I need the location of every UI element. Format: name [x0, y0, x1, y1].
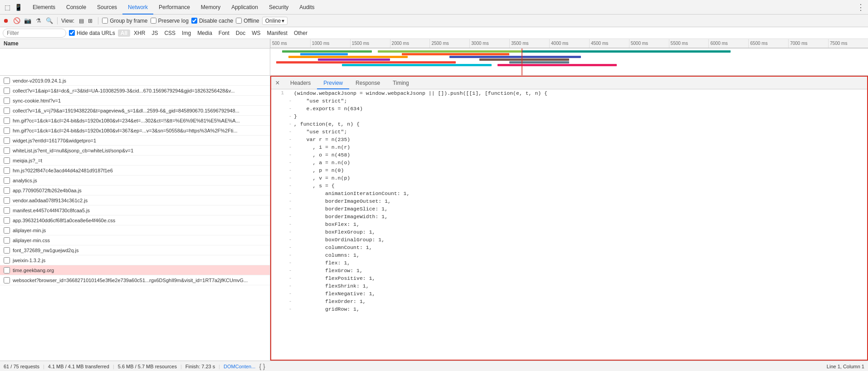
line-collapse[interactable]: - — [288, 182, 293, 190]
more-options-icon[interactable]: ⋮ — [855, 2, 866, 13]
line-collapse[interactable]: - — [288, 236, 293, 244]
file-checkbox[interactable] — [4, 107, 10, 114]
tab-timing[interactable]: Timing — [386, 77, 415, 89]
filter-img[interactable]: Img — [179, 29, 194, 37]
filter-all[interactable]: All — [118, 29, 130, 37]
line-collapse[interactable]: - — [288, 282, 293, 290]
list-item[interactable]: jweixin-1.3.2.js — [0, 255, 270, 265]
file-checkbox[interactable] — [4, 257, 10, 264]
tab-preview[interactable]: Preview — [317, 77, 349, 89]
file-checkbox[interactable] — [4, 137, 10, 144]
list-item[interactable]: collect?v=1&aip=1&t=dc&_r=3&tid=UA-10308… — [0, 86, 270, 96]
file-checkbox[interactable] — [4, 217, 10, 224]
line-collapse[interactable]: - — [288, 105, 293, 112]
line-collapse[interactable]: - — [288, 298, 293, 305]
file-checkbox[interactable] — [4, 98, 10, 104]
filter-manifest[interactable]: Manifest — [264, 29, 290, 37]
disable-cache-checkbox[interactable]: Disable cache — [191, 18, 233, 24]
line-collapse[interactable]: - — [288, 197, 293, 205]
list-item[interactable]: hm.gif?cc=1&ck=1&cl=24-bit&ds=1920x1080&… — [0, 126, 270, 136]
list-item[interactable]: websocket?browser_id=3668271010145e3f6e2… — [0, 275, 270, 285]
file-checkbox[interactable] — [4, 207, 10, 214]
file-checkbox[interactable] — [4, 187, 10, 194]
clear-button[interactable]: 🚫 — [13, 17, 21, 25]
list-item[interactable]: analytics.js — [0, 176, 270, 186]
file-checkbox[interactable] — [4, 157, 10, 164]
file-checkbox[interactable] — [4, 147, 10, 154]
code-viewer[interactable]: 1(window.webpackJsonp = window.webpackJs… — [271, 89, 867, 360]
list-item[interactable]: whiteList.js?ent_id=null&jsonp_cb=whiteL… — [0, 146, 270, 156]
line-collapse[interactable]: - — [288, 190, 293, 197]
hide-data-urls-checkbox[interactable]: Hide data URLs — [69, 30, 115, 36]
file-checkbox[interactable] — [4, 88, 10, 94]
filter-js[interactable]: JS — [149, 29, 161, 37]
line-collapse[interactable]: - — [288, 244, 293, 251]
list-item[interactable]: vendor.aa0daa078f9134c361c2.js — [0, 195, 270, 205]
line-collapse[interactable]: - — [288, 97, 293, 105]
line-collapse[interactable]: - — [288, 213, 293, 220]
large-view-icon[interactable]: ⊞ — [86, 17, 94, 25]
list-item[interactable]: app.39632140dd6cf68f1a0cea8e6e4f460e.css — [0, 215, 270, 225]
line-collapse[interactable]: - — [288, 290, 293, 298]
file-checkbox[interactable] — [4, 167, 10, 174]
preserve-log-checkbox[interactable]: Preserve log — [151, 18, 189, 24]
tab-sources[interactable]: Sources — [92, 0, 122, 15]
dom-content-link[interactable]: DOMConten... — [224, 364, 255, 369]
line-collapse[interactable]: - — [288, 251, 293, 259]
line-collapse[interactable]: - — [288, 267, 293, 274]
tab-performance[interactable]: Performance — [153, 0, 195, 15]
list-item[interactable]: hm.gif?cc=1&ck=1&cl=24-bit&ds=1920x1080&… — [0, 116, 270, 126]
file-checkbox[interactable] — [4, 277, 10, 283]
tab-audits[interactable]: Audits — [294, 0, 320, 15]
line-collapse[interactable]: - — [288, 120, 293, 128]
filter-button[interactable]: ⚗ — [34, 17, 43, 25]
list-item[interactable]: collect?v=1&_v=j79&a=1919438220&t=pagevi… — [0, 106, 270, 116]
tab-network[interactable]: Network — [122, 0, 153, 15]
list-item[interactable]: meiqia.js?_=t — [0, 156, 270, 166]
filter-font[interactable]: Font — [216, 29, 232, 37]
tab-application[interactable]: Application — [226, 0, 263, 15]
filter-media[interactable]: Media — [195, 29, 215, 37]
line-collapse[interactable]: - — [288, 166, 293, 174]
list-item[interactable]: aliplayer-min.js — [0, 225, 270, 235]
file-checkbox[interactable] — [4, 247, 10, 254]
line-collapse[interactable]: - — [288, 305, 293, 313]
line-collapse[interactable]: - — [288, 151, 293, 159]
file-checkbox[interactable] — [4, 177, 10, 184]
list-item[interactable]: app.770905072fb262e4b0aa.js — [0, 186, 270, 195]
group-by-frame-checkbox[interactable]: Group by frame — [102, 18, 147, 24]
filter-css[interactable]: CSS — [161, 29, 178, 37]
tab-headers[interactable]: Headers — [284, 77, 317, 89]
line-collapse[interactable]: - — [288, 159, 293, 166]
offline-checkbox[interactable]: Offline — [236, 18, 259, 24]
line-collapse[interactable]: - — [288, 228, 293, 236]
filter-other[interactable]: Other — [291, 29, 310, 37]
tab-elements[interactable]: Elements — [27, 0, 61, 15]
filter-input[interactable] — [3, 29, 66, 38]
list-item[interactable]: widget.js?entId=161770&widgetpro=1 — [0, 136, 270, 146]
filter-xhr[interactable]: XHR — [131, 29, 148, 37]
file-checkbox[interactable] — [4, 127, 10, 134]
search-button[interactable]: 🔍 — [45, 17, 54, 25]
inspect-icon[interactable]: ⬚ — [2, 2, 13, 13]
list-item[interactable]: manifest.e4457c44f4730c8fcaa5.js — [0, 205, 270, 215]
filter-doc[interactable]: Doc — [233, 29, 248, 37]
device-icon[interactable]: 📱 — [13, 2, 24, 13]
preview-close-button[interactable]: × — [273, 78, 282, 88]
record-button[interactable]: ⏺ — [2, 17, 10, 25]
line-collapse[interactable]: - — [288, 205, 293, 213]
list-item[interactable]: font_372689_nw1guejwd2q.js — [0, 245, 270, 255]
file-checkbox[interactable] — [4, 227, 10, 234]
list-item[interactable]: hm.js?022f847c4e3acd44d4a2481d9187f1e6 — [0, 166, 270, 176]
list-item[interactable]: aliplayer-min.css — [0, 235, 270, 245]
list-item[interactable]: vendor-v2019.09.24.1.js — [0, 76, 270, 86]
line-collapse[interactable]: - — [288, 143, 293, 151]
file-checkbox[interactable] — [4, 78, 10, 84]
file-checkbox[interactable] — [4, 197, 10, 204]
list-item[interactable]: sync-cookie.html?v=1 — [0, 96, 270, 106]
line-collapse[interactable]: - — [288, 136, 293, 143]
tab-console[interactable]: Console — [61, 0, 92, 15]
file-checkbox[interactable] — [4, 237, 10, 244]
tab-security[interactable]: Security — [263, 0, 294, 15]
line-collapse[interactable]: - — [288, 112, 293, 120]
